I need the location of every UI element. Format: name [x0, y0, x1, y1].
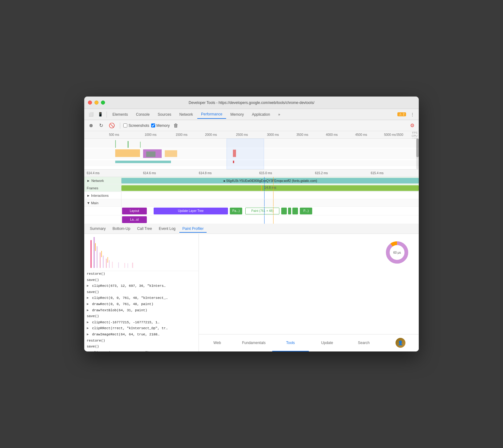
fps-labels: FPS CPU NET: [403, 131, 419, 138]
tab-paint-profiler[interactable]: Paint Profiler: [179, 225, 207, 233]
settings-button[interactable]: ⚙: [408, 121, 416, 130]
interactions-content[interactable]: [121, 192, 419, 199]
main-content[interactable]: [121, 199, 419, 206]
screenshots-checkbox-label: Screenshots: [123, 123, 149, 128]
device-toggle[interactable]: 📱: [96, 111, 105, 118]
nav-update[interactable]: Update: [309, 334, 345, 351]
flame-content-1[interactable]: Layout Update Layer Tree Pa...) Paint (7…: [121, 207, 419, 215]
code-line-cliprect1[interactable]: ► clipRect(673, 12, 697, 36, "kInters…: [84, 283, 199, 289]
code-text-13: clipRect(151, 0, 437, 48, "kIntersec…: [92, 351, 168, 351]
timeline-chart-area[interactable]: [84, 139, 419, 170]
reload-button[interactable]: ↻: [97, 121, 105, 130]
code-line-save2[interactable]: save(): [84, 289, 199, 295]
p-bar[interactable]: P...): [300, 208, 312, 214]
frames-cursor: [264, 184, 265, 192]
memory-label: Memory: [156, 123, 170, 128]
nav-web[interactable]: Web: [199, 334, 235, 351]
nav-right: ⚠ 2 ⋮: [397, 111, 416, 118]
code-line-cliprect3[interactable]: ► clipRect(-16777215, -16777215, 1…: [84, 320, 199, 326]
inspect-button[interactable]: ⬜: [87, 111, 95, 118]
layout-sub-bar[interactable]: La...ut: [122, 216, 147, 223]
tab-call-tree[interactable]: Call Tree: [134, 225, 155, 233]
tab-console[interactable]: Console: [132, 110, 153, 118]
small-green-3[interactable]: [292, 208, 298, 214]
flame-content-2[interactable]: La...ut: [121, 215, 419, 224]
expand-arrow-8: ►: [87, 351, 89, 351]
svg-rect-25: [132, 263, 133, 268]
svg-rect-13: [227, 139, 264, 169]
memory-checkbox[interactable]: [151, 123, 155, 127]
code-line-restore2[interactable]: restore(): [84, 338, 199, 344]
warning-count: 2: [403, 113, 405, 116]
interactions-label: ► Interactions: [84, 192, 121, 199]
timeline-ruler: 500 ms 1000 ms 1500 ms 2000 ms 2500 ms 3…: [84, 131, 419, 139]
clear-button[interactable]: 🚫: [107, 121, 117, 130]
svg-rect-23: [125, 263, 125, 268]
timeline-cursor-orange: [273, 177, 274, 184]
nav-tools[interactable]: Tools: [272, 334, 309, 351]
record-button[interactable]: ⏺: [87, 122, 95, 130]
expand-arrow-6: ►: [87, 326, 89, 330]
svg-rect-19: [106, 259, 107, 268]
nav-search[interactable]: Search: [345, 334, 382, 351]
tick-2500: 2500 ms: [236, 133, 248, 136]
svg-rect-22: [118, 262, 119, 268]
trash-button[interactable]: 🗑: [172, 122, 180, 130]
small-green-2[interactable]: [288, 208, 291, 214]
interactions-cursor-orange: [273, 192, 274, 199]
code-line-restore1[interactable]: restore(): [84, 271, 199, 277]
warning-icon: ⚠: [399, 113, 402, 116]
tab-performance[interactable]: Performance: [197, 110, 226, 119]
code-line-drawtextblob1[interactable]: ► drawTextBlob(64, 31, paint): [84, 308, 199, 314]
interactions-cursor: [264, 192, 265, 199]
tick-3000: 3000 ms: [267, 133, 279, 136]
svg-rect-28: [107, 257, 108, 263]
more-options-button[interactable]: ⋮: [409, 111, 416, 118]
paint-bar[interactable]: Paint (761 × 48): [245, 208, 279, 214]
tab-more[interactable]: »: [274, 110, 284, 118]
frames-content[interactable]: 14.8 ms: [121, 184, 419, 192]
tab-event-log[interactable]: Event Log: [156, 225, 179, 233]
network-content[interactable]: ►S6g4U3t-Y5UEw0IE80lIgEseQY3FEmqw.woff2 …: [121, 177, 419, 184]
tab-sources[interactable]: Sources: [154, 110, 175, 118]
main-cursor-orange: [273, 199, 274, 206]
update-layer-tree-bar[interactable]: Update Layer Tree: [154, 208, 228, 214]
expand-arrow-4: ►: [87, 308, 89, 312]
flame-label-2: [84, 215, 121, 224]
svg-rect-7: [165, 150, 177, 157]
scrollbar-thumb[interactable]: [416, 139, 419, 157]
code-line-save1[interactable]: save(): [84, 277, 199, 283]
nav-fundamentals[interactable]: Fundamentals: [235, 334, 272, 351]
layout-bar[interactable]: Layout: [122, 208, 147, 214]
svg-rect-16: [97, 246, 98, 268]
code-line-drawrect[interactable]: ► drawRect(0, 0, 761, 48, paint): [84, 301, 199, 308]
code-line-cliprect2[interactable]: ► clipRect(0, 0, 761, 48, "kIntersect_…: [84, 295, 199, 301]
code-line-save4[interactable]: save(): [84, 344, 199, 350]
small-green-1[interactable]: [281, 208, 287, 214]
close-button[interactable]: [88, 101, 92, 105]
code-line-drawimagerect[interactable]: ► drawImageRect(64, 64, true, 2188…: [84, 332, 199, 338]
fullscreen-button[interactable]: [101, 101, 105, 105]
tab-application[interactable]: Application: [248, 110, 274, 118]
pa-bar[interactable]: Pa...): [230, 208, 242, 214]
minimize-button[interactable]: [94, 101, 98, 105]
tab-summary[interactable]: Summary: [87, 225, 109, 233]
svg-rect-21: [112, 262, 113, 268]
tab-elements[interactable]: Elements: [109, 110, 132, 118]
tick-5500: 5500: [396, 133, 403, 136]
code-line-cliprect4[interactable]: ► clipRect(151, 0, 437, 48, "kIntersec…: [84, 350, 199, 351]
main-cursor: [264, 199, 265, 206]
nav-update-label: Update: [321, 341, 333, 345]
tab-bottom-up[interactable]: Bottom-Up: [109, 225, 133, 233]
bottom-nav-bar: Web Fundamentals Tools Update Search: [199, 334, 419, 351]
timeline-scrollbar[interactable]: [416, 139, 419, 169]
devtools-window: Developer Tools - https://developers.goo…: [84, 97, 419, 351]
tab-memory[interactable]: Memory: [227, 110, 247, 118]
code-line-cliprrect[interactable]: ► clipRRect(rrect, "kIntersect_Op", tr…: [84, 325, 199, 332]
warning-badge[interactable]: ⚠ 2: [397, 112, 406, 116]
tab-network[interactable]: Network: [176, 110, 197, 118]
svg-rect-1: [115, 140, 116, 148]
nav-avatar[interactable]: 👤: [382, 334, 419, 351]
code-line-save3[interactable]: save(): [84, 313, 199, 320]
screenshots-checkbox[interactable]: [123, 123, 127, 127]
